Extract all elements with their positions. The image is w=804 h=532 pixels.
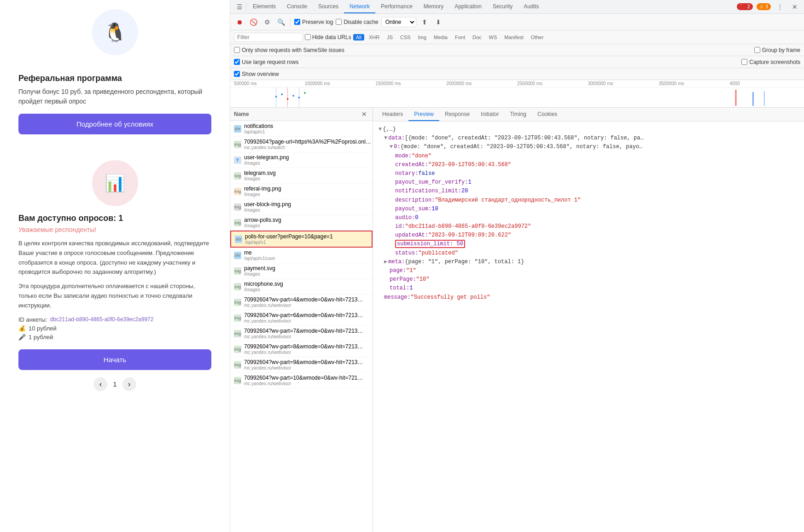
prev-page-button[interactable]: ‹	[93, 377, 107, 391]
tab-initiator[interactable]: Initiator	[475, 108, 504, 121]
network-list-items[interactable]: xhr notifications /api/api/v1 img 709926…	[230, 121, 373, 532]
close-devtools-icon[interactable]: ✕	[789, 1, 800, 12]
network-item[interactable]: img 70992604?wv-part=6&wmode=0&wv-hit=72…	[230, 310, 373, 326]
separator	[290, 17, 291, 27]
json-meta: ▶ meta: {page: "1", perPage: "10", total…	[379, 258, 798, 266]
item-domain: /api/api/v1/user	[244, 256, 275, 261]
filter-other-btn[interactable]: Other	[528, 34, 547, 40]
json-root-arrow[interactable]: ▼	[379, 125, 382, 134]
large-rows-checkbox[interactable]	[234, 59, 240, 65]
network-item[interactable]: T user-telegram.png /images	[230, 152, 373, 168]
json-item0: ▼ 0: {mode: "done", createdAt: "2023-09-…	[379, 143, 798, 151]
filter-js-btn[interactable]: JS	[384, 34, 396, 40]
filter-font-btn[interactable]: Font	[452, 34, 468, 40]
json-page-value: "1"	[406, 266, 416, 275]
network-item[interactable]: img 70992604?page-url=https%3A%2F%2Fopro…	[230, 137, 373, 152]
more-options-icon[interactable]: ⋮	[775, 1, 786, 12]
json-total-value: 1	[409, 284, 413, 293]
start-button[interactable]: Начать	[18, 349, 211, 370]
network-item[interactable]: xhr notifications /api/api/v1	[230, 121, 373, 137]
filter-ws-btn[interactable]: WS	[486, 34, 500, 40]
item-domain: /images	[244, 176, 276, 181]
tab-headers[interactable]: Headers	[377, 108, 408, 121]
filter-doc-btn[interactable]: Doc	[470, 34, 484, 40]
next-page-button[interactable]: ›	[122, 377, 136, 391]
filter-icon[interactable]: ⚙	[262, 17, 273, 28]
timeline-chart[interactable]	[230, 87, 804, 108]
import-icon[interactable]: ⬆	[419, 17, 430, 28]
filter-all-btn[interactable]: All	[353, 34, 364, 40]
item-info: telegram.svg /images	[244, 170, 276, 181]
throttle-select[interactable]: Online Fast 3G Slow 3G Offline	[381, 17, 416, 27]
survey-card: 📊 Вам доступно опросов: 1 Уважаемые респ…	[9, 151, 221, 400]
polls-network-item[interactable]: xhr polls-for-user?perPage=10&page=1 /ap…	[230, 231, 373, 248]
search-icon[interactable]: 🔍	[275, 17, 286, 28]
json-payout-verify-value: 1	[468, 178, 471, 187]
network-item[interactable]: img 70992604?wv-part=8&wmode=0&wv-hit=72…	[230, 341, 373, 357]
network-item[interactable]: svg payment.svg /images	[230, 263, 373, 279]
filter-xhr-btn[interactable]: XHR	[366, 34, 382, 40]
tab-network[interactable]: Network	[344, 0, 375, 13]
tab-security[interactable]: Security	[487, 0, 518, 13]
tab-audits[interactable]: Audits	[518, 0, 544, 13]
record-button[interactable]: ⏺	[234, 17, 245, 28]
preserve-log-checkbox[interactable]	[294, 19, 300, 25]
json-mode: mode: "done"	[379, 152, 798, 161]
network-item[interactable]: img 70992604?wv-part=10&wmode=0&wv-hit=7…	[230, 373, 373, 388]
json-meta-arrow[interactable]: ▶	[384, 258, 387, 266]
json-createdAt: createdAt: "2023-09-12T05:00:43.568"	[379, 161, 798, 169]
network-item[interactable]: svg arrow-polls.svg /images	[230, 215, 373, 231]
tab-application[interactable]: Application	[449, 0, 487, 13]
show-overview-checkbox[interactable]	[234, 71, 240, 77]
col-name-label: Name	[234, 111, 360, 117]
samesite-checkbox[interactable]	[234, 47, 240, 53]
export-icon[interactable]: ⬇	[433, 17, 444, 28]
network-item[interactable]: img 70992604?wv-part=4&wmode=0&wv-hit=72…	[230, 295, 373, 310]
close-preview-btn[interactable]: ✕	[360, 110, 369, 119]
network-item[interactable]: img user-block-img.png /images	[230, 199, 373, 215]
filter-css-btn[interactable]: CSS	[397, 34, 414, 40]
item-name: polls-for-user?perPage=10&page=1	[245, 233, 333, 240]
network-item[interactable]: xhr me /api/api/v1/user	[230, 248, 373, 263]
tab-preview[interactable]: Preview	[408, 108, 439, 121]
referral-button[interactable]: Подробнее об условиях	[18, 114, 211, 134]
tab-cookies[interactable]: Cookies	[532, 108, 563, 121]
disable-cache-checkbox[interactable]	[336, 19, 342, 25]
tab-elements[interactable]: Elements	[247, 0, 281, 13]
item-name: 70992604?wv-part=9&wmode=0&wv-hit=7213…	[244, 359, 363, 365]
network-item[interactable]: img referal-img.png /images	[230, 184, 373, 199]
devtools-menu-icon[interactable]: ☰	[234, 1, 245, 12]
tab-response[interactable]: Response	[439, 108, 475, 121]
group-by-frame-text: Group by frame	[762, 47, 800, 53]
filter-input[interactable]	[234, 33, 303, 42]
item-icon: img	[234, 361, 241, 369]
hide-data-urls-checkbox[interactable]	[305, 34, 311, 40]
tl-label-5: 2500000 ms	[517, 81, 588, 86]
disable-cache-text: Disable cache	[344, 19, 378, 25]
tab-console[interactable]: Console	[281, 0, 313, 13]
item-info: 70992604?wv-part=6&wmode=0&wv-hit=7213… …	[244, 312, 363, 324]
network-item[interactable]: svg microphone.svg /images	[230, 279, 373, 295]
item-domain: /api/api/v1	[245, 240, 333, 245]
filter-img-btn[interactable]: Img	[415, 34, 429, 40]
capture-screenshots-checkbox[interactable]	[741, 59, 747, 65]
tab-performance[interactable]: Performance	[375, 0, 418, 13]
group-by-frame-checkbox[interactable]	[754, 47, 760, 53]
json-item0-arrow[interactable]: ▼	[390, 143, 393, 151]
filter-manifest-btn[interactable]: Manifest	[501, 34, 526, 40]
show-overview-option: Show overview	[234, 71, 279, 77]
svg-point-3	[275, 96, 277, 98]
options-row-1: Only show requests with SameSite issues …	[230, 44, 804, 56]
filter-media-btn[interactable]: Media	[431, 34, 450, 40]
tab-memory[interactable]: Memory	[418, 0, 449, 13]
tab-timing[interactable]: Timing	[504, 108, 532, 121]
json-payout-sum: payout_sum: 10	[379, 205, 798, 214]
clear-button[interactable]: 🚫	[248, 17, 259, 28]
network-item[interactable]: svg telegram.svg /images	[230, 168, 373, 184]
json-mode-value: "done"	[412, 152, 431, 161]
network-item[interactable]: img 70992604?wv-part=9&wmode=0&wv-hit=72…	[230, 357, 373, 373]
json-data-collapse-arrow[interactable]: ▼	[384, 134, 387, 143]
network-item[interactable]: img 70992604?wv-part=7&wmode=0&wv-hit=72…	[230, 326, 373, 341]
tab-sources[interactable]: Sources	[313, 0, 344, 13]
devtools-tabs-bar: ☰ Elements Console Sources Network Perfo…	[230, 0, 804, 14]
